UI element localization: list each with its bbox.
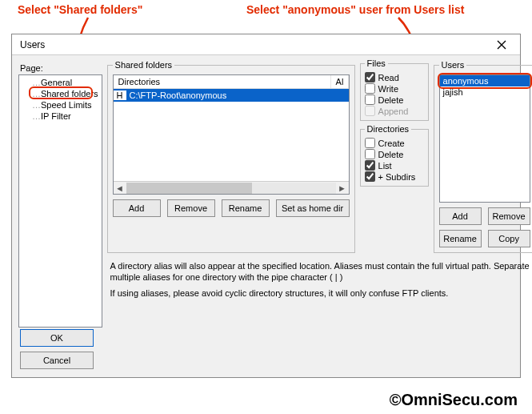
users-group: Users anonymous jajish Add Remove Rename…: [434, 60, 532, 253]
checkbox-create[interactable]: [365, 138, 375, 148]
ok-button[interactable]: OK: [20, 329, 94, 347]
home-indicator: H: [114, 90, 126, 100]
set-home-dir-button[interactable]: Set as home dir: [276, 199, 350, 217]
user-copy-button[interactable]: Copy: [488, 230, 530, 247]
dir-add-button[interactable]: Add: [113, 199, 161, 217]
directories-permissions-group: Directories Create Delete List + Subdirs: [360, 124, 429, 187]
tree-item-ip-filter[interactable]: IP Filter: [21, 111, 100, 122]
tree-item-general[interactable]: General: [21, 77, 100, 88]
dir-rename-button[interactable]: Rename: [222, 199, 270, 217]
checkbox-write[interactable]: [365, 83, 375, 94]
dialog-title: Users: [20, 39, 45, 50]
col-directories[interactable]: Directories: [114, 75, 331, 88]
tree-item-speed-limits[interactable]: Speed Limits: [21, 99, 100, 111]
checkbox-subdirs[interactable]: [365, 171, 375, 182]
perm-files-read[interactable]: Read: [365, 72, 424, 82]
col-aliases[interactable]: Al: [331, 75, 349, 88]
users-legend: Users: [439, 60, 467, 70]
perm-files-append: Append: [365, 106, 424, 116]
checkbox-read[interactable]: [365, 72, 375, 82]
perm-dir-create[interactable]: Create: [365, 138, 424, 148]
directory-path: C:\FTP-Root\anonymous: [126, 89, 349, 102]
copyright-text: ©OmniSecu.com: [390, 391, 518, 409]
dir-remove-button[interactable]: Remove: [167, 199, 215, 217]
directory-row[interactable]: H C:\FTP-Root\anonymous: [114, 89, 349, 102]
user-add-button[interactable]: Add: [439, 207, 482, 225]
user-row-jajish[interactable]: jajish: [440, 86, 530, 98]
scroll-right-icon[interactable]: ►: [336, 183, 349, 193]
perm-dir-subdirs[interactable]: + Subdirs: [365, 171, 424, 182]
horizontal-scrollbar[interactable]: ◄ ►: [114, 181, 349, 194]
user-row-anonymous[interactable]: anonymous: [440, 75, 530, 86]
user-rename-button[interactable]: Rename: [439, 230, 482, 247]
users-list[interactable]: anonymous jajish: [439, 74, 530, 203]
checkbox-dir-delete[interactable]: [365, 149, 375, 159]
page-tree[interactable]: General Shared folders Speed Limits IP F…: [18, 74, 102, 328]
annotation-right: Select "anonymous" user from Users list: [246, 3, 464, 16]
directories-list[interactable]: Directories Al H C:\FTP-Root\anonymous ◄…: [113, 74, 350, 195]
titlebar: Users: [12, 34, 520, 55]
checkbox-list[interactable]: [365, 160, 375, 171]
shared-folders-group: Shared folders Directories Al H C:\FTP-R…: [107, 60, 355, 253]
perm-files-write[interactable]: Write: [365, 83, 424, 94]
help-text-1: A directory alias will also appear at th…: [110, 261, 532, 283]
perm-files-delete[interactable]: Delete: [365, 94, 424, 105]
shared-folders-legend: Shared folders: [113, 60, 175, 70]
cancel-button[interactable]: Cancel: [20, 352, 94, 369]
checkbox-delete[interactable]: [365, 94, 375, 105]
page-label: Page:: [20, 63, 102, 73]
scroll-left-icon[interactable]: ◄: [114, 183, 126, 193]
files-legend: Files: [365, 58, 388, 68]
help-text-2: If using aliases, please avoid cyclic di…: [110, 288, 532, 299]
close-icon: [497, 40, 506, 50]
tree-item-shared-folders[interactable]: Shared folders: [21, 88, 100, 99]
annotation-left: Select "Shared folders": [18, 3, 142, 16]
user-remove-button[interactable]: Remove: [488, 207, 530, 225]
perm-dir-delete[interactable]: Delete: [365, 149, 424, 159]
files-permissions-group: Files Read Write Delete Append: [360, 58, 429, 121]
perm-dir-list[interactable]: List: [365, 160, 424, 171]
close-button[interactable]: [486, 36, 517, 54]
directories-header: Directories Al: [114, 75, 349, 89]
users-dialog: Users Page: General Shared folders Speed…: [11, 34, 521, 378]
scroll-thumb[interactable]: [126, 183, 252, 194]
directories-legend: Directories: [365, 124, 412, 134]
checkbox-append: [365, 106, 375, 116]
